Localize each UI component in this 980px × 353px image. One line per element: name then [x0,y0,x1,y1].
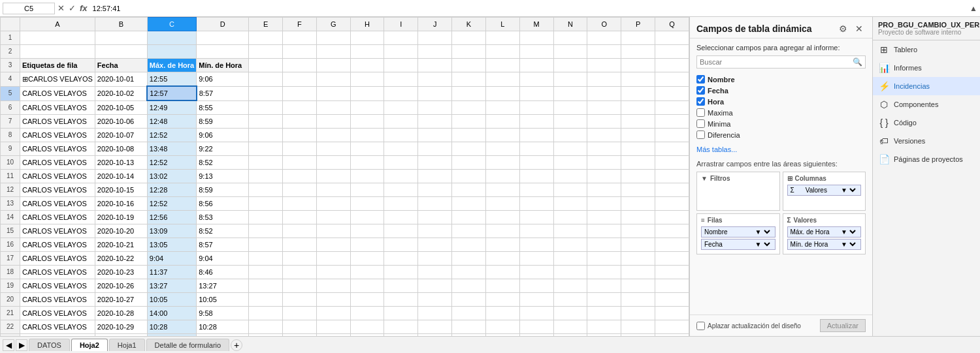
cell-c22[interactable]: 10:28 [147,320,196,334]
cell-a11[interactable]: CARLOS VELAYOS [20,170,95,183]
cell-empty[interactable] [485,86,519,100]
cell-empty[interactable] [655,197,689,211]
cell-empty[interactable] [384,31,418,45]
cell-empty[interactable] [283,170,317,183]
cell-empty[interactable] [384,129,418,142]
cell-empty[interactable] [519,156,553,170]
cell-empty[interactable] [384,72,418,87]
cell-empty[interactable] [655,183,689,197]
cell-empty[interactable] [452,279,486,293]
cell-empty[interactable] [384,197,418,211]
cell-empty[interactable] [384,307,418,320]
cell-empty[interactable] [283,31,317,45]
cell-empty[interactable] [485,334,519,337]
cell-empty[interactable] [316,252,350,266]
cell-empty[interactable] [452,224,486,238]
cell-d15[interactable]: 8:52 [197,224,249,238]
cell-empty[interactable] [384,115,418,129]
cell-empty[interactable] [655,86,689,100]
cell-d12[interactable]: 8:59 [197,183,249,197]
col-header-b[interactable]: B [95,18,147,31]
cell-empty[interactable] [283,142,317,156]
cell-empty[interactable] [452,334,486,337]
col-header-o[interactable]: O [587,18,621,31]
cell-b13[interactable]: 2020-10-16 [95,197,147,211]
cell-empty[interactable] [384,320,418,334]
cell-empty[interactable] [350,59,384,72]
cell-d21[interactable]: 9:58 [197,307,249,320]
search-box[interactable]: 🔍 [696,55,866,69]
cell-empty[interactable] [621,100,655,115]
cell-c14[interactable]: 12:56 [147,211,196,224]
filas-item[interactable]: Fecha▼ [701,239,776,250]
cell-empty[interactable] [519,129,553,142]
cell-empty[interactable] [655,129,689,142]
cell-d2[interactable] [197,45,249,59]
cell-empty[interactable] [587,59,621,72]
cell-empty[interactable] [316,142,350,156]
cell-empty[interactable] [621,170,655,183]
cell-empty[interactable] [418,156,452,170]
cell-empty[interactable] [384,266,418,279]
cell-empty[interactable] [621,142,655,156]
cell-a21[interactable]: CARLOS VELAYOS [20,307,95,320]
sidebar-item-componentes[interactable]: ⬡Componentes [873,95,980,114]
cell-d13[interactable]: 8:56 [197,197,249,211]
cell-empty[interactable] [655,100,689,115]
cell-empty[interactable] [384,142,418,156]
cell-d3[interactable]: Mín. de Hora [197,59,249,72]
cell-empty[interactable] [452,115,486,129]
cell-empty[interactable] [485,211,519,224]
cell-c3[interactable]: Máx. de Hora [147,59,196,72]
cell-empty[interactable] [655,115,689,129]
sheet-tab-hoja1[interactable]: Hoja1 [109,339,145,351]
cell-empty[interactable] [485,238,519,252]
cell-empty[interactable] [350,142,384,156]
cell-empty[interactable] [418,211,452,224]
sheet-tab-datos[interactable]: DATOS [29,339,70,351]
col-header-j[interactable]: J [418,18,452,31]
cell-a2[interactable] [20,45,95,59]
cell-empty[interactable] [621,293,655,307]
cell-b14[interactable]: 2020-10-19 [95,211,147,224]
cell-empty[interactable] [418,252,452,266]
cell-empty[interactable] [519,266,553,279]
cell-empty[interactable] [587,72,621,87]
cell-empty[interactable] [316,129,350,142]
cell-b19[interactable]: 2020-10-26 [95,279,147,293]
cell-b4[interactable]: 2020-10-01 [95,72,147,87]
cell-empty[interactable] [655,293,689,307]
cell-empty[interactable] [519,224,553,238]
cell-empty[interactable] [249,86,283,100]
cell-empty[interactable] [384,183,418,197]
cell-empty[interactable] [621,156,655,170]
cell-empty[interactable] [621,238,655,252]
cell-empty[interactable] [316,170,350,183]
cell-d14[interactable]: 8:53 [197,211,249,224]
cell-empty[interactable] [384,238,418,252]
cell-empty[interactable] [384,86,418,100]
cell-empty[interactable] [350,170,384,183]
cell-b15[interactable]: 2020-10-20 [95,224,147,238]
cell-empty[interactable] [621,307,655,320]
cell-empty[interactable] [249,320,283,334]
cell-empty[interactable] [384,156,418,170]
cell-b18[interactable]: 2020-10-23 [95,266,147,279]
cell-empty[interactable] [587,156,621,170]
cell-c2[interactable] [147,45,196,59]
cell-empty[interactable] [249,170,283,183]
cell-empty[interactable] [621,211,655,224]
cell-empty[interactable] [553,320,587,334]
cell-empty[interactable] [485,293,519,307]
cell-a6[interactable]: CARLOS VELAYOS [20,100,95,115]
cell-empty[interactable] [418,320,452,334]
cell-empty[interactable] [621,45,655,59]
cell-d7[interactable]: 8:59 [197,115,249,129]
cell-c1[interactable] [147,31,196,45]
cell-empty[interactable] [587,100,621,115]
cell-a5[interactable]: CARLOS VELAYOS [20,86,95,100]
cell-a7[interactable]: CARLOS VELAYOS [20,115,95,129]
cell-empty[interactable] [350,129,384,142]
cell-empty[interactable] [316,320,350,334]
cell-a15[interactable]: CARLOS VELAYOS [20,224,95,238]
